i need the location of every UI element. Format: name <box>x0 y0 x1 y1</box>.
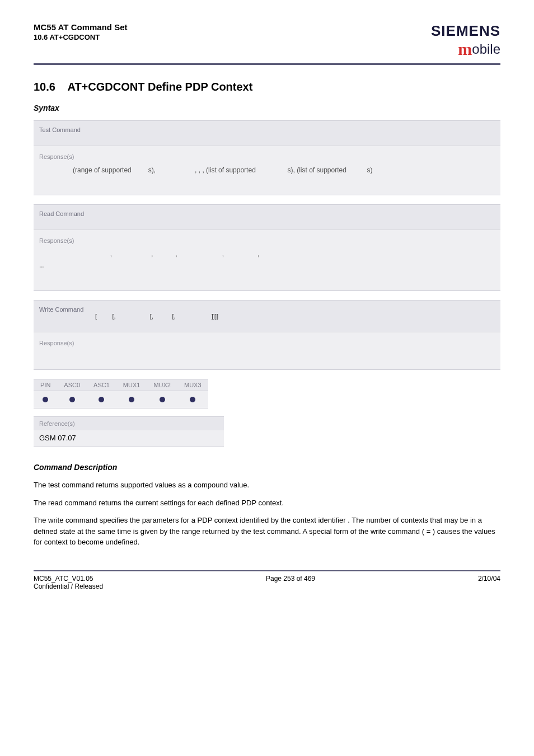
read-command-panel: Read Command Response(s) , , , , , ... <box>34 204 500 290</box>
dot-icon <box>129 397 134 402</box>
cell-pin <box>34 391 57 408</box>
test-response-text: (range of supported s), , , , (list of s… <box>39 165 495 176</box>
read-command-head: Read Command <box>34 205 500 230</box>
section-heading: AT+CGDCONT Define PDP Context <box>67 81 252 93</box>
support-table-header-row: PIN ASC0 ASC1 MUX1 MUX2 MUX3 <box>34 379 208 391</box>
doc-subtitle: 10.6 AT+CGDCONT <box>34 33 128 41</box>
col-mux2: MUX2 <box>147 379 177 391</box>
write-command-head: Write Command [ [, [, [, ]]]] <box>34 300 500 332</box>
reference-head: Reference(s) <box>34 416 224 430</box>
write-command-body: Response(s) <box>34 332 500 370</box>
col-mux1: MUX1 <box>116 379 147 391</box>
dot-icon <box>190 397 195 402</box>
read-response-line2: ... <box>39 260 495 271</box>
write-command-syntax: [ [, [, [, ]]]] <box>39 313 218 320</box>
section-number: 10.6 <box>34 81 55 93</box>
read-response-line1: , , , , , <box>39 248 495 260</box>
doc-title: MC55 AT Command Set <box>34 22 128 32</box>
section-title: 10.6 AT+CGDCONT Define PDP Context <box>34 81 500 93</box>
brand-mobile-rest: obile <box>472 41 500 57</box>
read-command-body: Response(s) , , , , , ... <box>34 230 500 290</box>
command-description-label: Command Description <box>34 463 500 472</box>
brand-mobile: mobile <box>431 40 500 59</box>
paragraph-2: The read command returns the current set… <box>34 497 500 509</box>
test-command-body: Response(s) (range of supported s), , , … <box>34 146 500 195</box>
footer-left: MC55_ATC_V01.05 Confidential / Released <box>34 575 103 590</box>
cell-mux3 <box>177 391 208 408</box>
reference-panel: Reference(s) GSM 07.07 <box>34 416 224 447</box>
body-text: The test command returns supported value… <box>34 480 500 548</box>
col-asc0: ASC0 <box>57 379 87 391</box>
test-command-panel: Test Command Response(s) (range of suppo… <box>34 120 500 195</box>
col-asc1: ASC1 <box>87 379 116 391</box>
write-response-label: Response(s) <box>39 338 495 349</box>
col-pin: PIN <box>34 379 57 391</box>
dot-icon <box>69 397 75 402</box>
support-table: PIN ASC0 ASC1 MUX1 MUX2 MUX3 <box>34 379 208 408</box>
support-table-data-row <box>34 391 208 408</box>
dot-icon <box>160 397 165 402</box>
test-response-label: Response(s) <box>39 152 495 162</box>
paragraph-3: The write command specifies the paramete… <box>34 515 500 548</box>
write-command-panel: Write Command [ [, [, [, ]]]] Response(s… <box>34 300 500 370</box>
write-command-label: Write Command <box>39 306 83 313</box>
header-right: SIEMENS mobile <box>431 22 500 59</box>
syntax-label: Syntax <box>34 104 500 112</box>
paragraph-1: The test command returns supported value… <box>34 480 500 491</box>
footer-right: 2/10/04 <box>478 575 500 590</box>
page-footer: MC55_ATC_V01.05 Confidential / Released … <box>34 570 500 590</box>
page-header: MC55 AT Command Set 10.6 AT+CGDCONT SIEM… <box>34 22 500 59</box>
footer-version: MC55_ATC_V01.05 <box>34 575 93 583</box>
cell-asc0 <box>57 391 87 408</box>
dot-icon <box>99 397 104 402</box>
header-left: MC55 AT Command Set 10.6 AT+CGDCONT <box>34 22 128 41</box>
read-response-label: Response(s) <box>39 236 495 246</box>
dot-icon <box>43 397 48 402</box>
brand-mobile-m: m <box>458 40 472 59</box>
brand-siemens: SIEMENS <box>431 22 500 40</box>
reference-body: GSM 07.07 <box>34 430 224 447</box>
col-mux3: MUX3 <box>177 379 208 391</box>
footer-confidential: Confidential / Released <box>34 583 103 590</box>
header-divider <box>34 63 500 65</box>
cell-mux2 <box>147 391 177 408</box>
footer-center: Page 253 of 469 <box>266 575 315 590</box>
page-container: MC55 AT Command Set 10.6 AT+CGDCONT SIEM… <box>0 0 534 602</box>
test-command-head: Test Command <box>34 121 500 146</box>
cell-asc1 <box>87 391 116 408</box>
cell-mux1 <box>116 391 147 408</box>
